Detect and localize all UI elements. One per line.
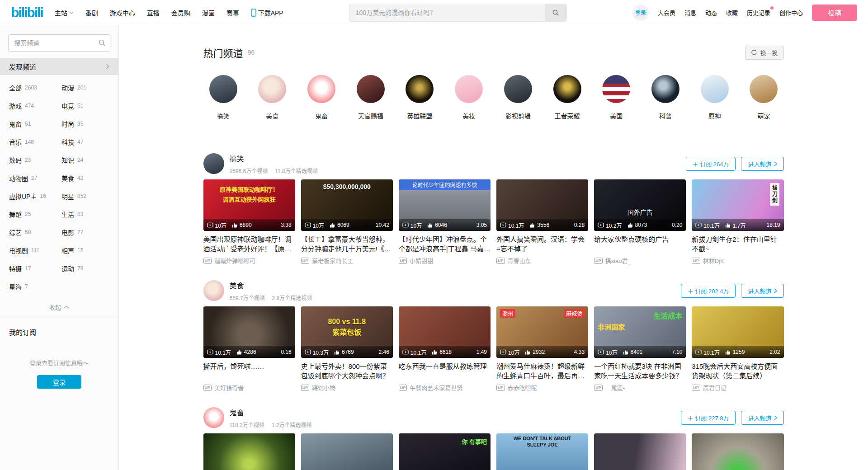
video-uploader[interactable]: UP一尾鹿- xyxy=(594,383,686,392)
sidebar-category-vup[interactable]: 虚拟UP主16 xyxy=(9,187,61,205)
video-title[interactable]: 外国人搞笑瞬间。汉语：学会=忘不掉了 xyxy=(496,235,588,254)
channel-item-yingshi[interactable]: 影视剪辑 xyxy=(498,75,538,120)
nav-link-vip-shop[interactable]: 会员购 xyxy=(171,8,190,17)
section-title[interactable]: 美食 xyxy=(230,280,312,291)
video-thumbnail[interactable]: WE DON'T TALK ABOUT SLEEPY JOE xyxy=(496,433,588,470)
sidebar-category-music[interactable]: 音乐148 xyxy=(9,133,61,151)
video-uploader[interactable]: UP蔡老板家的长工 xyxy=(301,256,393,265)
sidebar-category-anime[interactable]: 动漫201 xyxy=(61,79,114,97)
section-avatar[interactable] xyxy=(203,153,224,174)
sidebar-category-tokusatsu[interactable]: 特摄17 xyxy=(9,259,61,277)
channel-item-yuanshen[interactable]: 原神 xyxy=(695,75,735,120)
video-thumbnail[interactable]: 你 有事吧 xyxy=(399,433,491,470)
video-title[interactable]: 新拔刀剑生存2：住在山里针不戳~ xyxy=(692,235,783,254)
video-uploader[interactable]: UP赤赤吃啥呢 xyxy=(496,383,588,392)
video-uploader[interactable]: UP辰君日记 xyxy=(692,383,783,392)
sidebar-category-sports[interactable]: 运动79 xyxy=(61,259,114,277)
nav-link-creator-center[interactable]: 创作中心 xyxy=(779,8,803,17)
channel-item-guichu[interactable]: 鬼畜 xyxy=(302,75,341,120)
channel-search-input[interactable] xyxy=(8,34,110,52)
video-title[interactable]: 【长工】拿富豪大爷当怨种，分分钟骗走他几十万美元!《上载… xyxy=(301,235,393,254)
video-card[interactable] xyxy=(692,433,783,470)
sidebar-category-game[interactable]: 游戏474 xyxy=(9,97,61,115)
section-avatar[interactable] xyxy=(203,280,224,301)
nav-link-esports[interactable]: 赛事 xyxy=(226,8,239,17)
refresh-channels-button[interactable]: 换一换 xyxy=(745,46,783,60)
video-thumbnail[interactable]: 潮州 麻辣烫 10万 2932 4:33 xyxy=(496,306,588,358)
sidebar-category-tech[interactable]: 科技47 xyxy=(61,133,114,151)
video-thumbnail[interactable]: $50,300,000,000 10万 6069 10:42 xyxy=(301,179,393,231)
video-card[interactable]: 生活成本 非洲国家 10万 6401 7:10 一个西红柿就要3块 在非洲国家吃… xyxy=(594,306,686,392)
video-card[interactable]: 800 vs 11.8 紫菜包饭 10.3万 6769 2:46 史上最亏外卖！… xyxy=(301,306,393,392)
nav-link-home[interactable]: 主站 xyxy=(55,8,74,17)
enter-channel-button[interactable]: 进入频道 xyxy=(741,411,783,425)
nav-link-manga[interactable]: 漫画 xyxy=(202,8,215,17)
nav-link-moments[interactable]: 动态 xyxy=(705,8,717,17)
nav-link-game-center[interactable]: 游戏中心 xyxy=(110,8,135,17)
sidebar-category-crosstalk[interactable]: 相声15 xyxy=(61,241,114,259)
video-card[interactable]: $50,300,000,000 10万 6069 10:42 【长工】拿富豪大爷… xyxy=(301,179,393,265)
video-card[interactable]: 拔刀剑 10.1万 1.7万 18:19 新拔刀剑生存2：住在山里针不戳~ UP… xyxy=(692,179,783,265)
video-thumbnail[interactable] xyxy=(692,433,783,470)
sidebar-category-food[interactable]: 美食42 xyxy=(61,169,114,187)
video-card[interactable]: 论时代少年团的网速有多快 10万 6046 3:05 【时代少年团】冲浪盘点。个… xyxy=(399,179,491,265)
nav-link-vip[interactable]: 大会员 xyxy=(658,8,675,17)
video-title[interactable]: 315晚会后大西安高校方便面货架现状（第二集后续） xyxy=(692,362,783,381)
video-thumbnail[interactable]: 10.1万 3556 0:28 xyxy=(496,179,588,231)
video-uploader[interactable]: UP搞siao君_ xyxy=(594,256,686,265)
search-button[interactable] xyxy=(545,4,566,21)
video-card[interactable] xyxy=(203,433,295,470)
video-thumbnail[interactable]: 论时代少年团的网速有多快 10万 6046 3:05 xyxy=(399,179,491,231)
nav-link-download-app[interactable]: 下载APP xyxy=(251,8,283,17)
channel-item-meizhuang[interactable]: 美妆 xyxy=(449,75,489,120)
subscribe-button[interactable]: ＋ 订阅 227.8万 xyxy=(681,411,736,425)
video-uploader[interactable]: UP美好猎奇者 xyxy=(203,383,295,392)
video-card[interactable]: 国外广告 10.2万 8073 0:20 给大家伙整点硬核的广告 UP搞siao… xyxy=(594,179,686,265)
video-card[interactable] xyxy=(301,433,393,470)
channel-item-meishi[interactable]: 美食 xyxy=(252,75,292,120)
sidebar-category-xinghai[interactable]: 星海7 xyxy=(9,277,61,296)
section-title[interactable]: 搞笑 xyxy=(230,153,318,164)
video-uploader[interactable]: UP踢馆小馋 xyxy=(301,383,393,392)
video-thumbnail[interactable]: 拔刀剑 10.1万 1.7万 18:19 xyxy=(692,179,783,231)
video-thumbnail[interactable]: 生活成本 非洲国家 10万 6401 7:10 xyxy=(594,306,686,358)
upload-button[interactable]: 投稿 xyxy=(812,5,857,21)
sidebar-login-button[interactable]: 登录 xyxy=(37,375,81,389)
sidebar-category-digital[interactable]: 数码23 xyxy=(9,151,61,169)
video-card[interactable]: 10.1万 4286 0:16 撕开后，馋死啦…… UP美好猎奇者 xyxy=(203,306,295,392)
search-input[interactable] xyxy=(349,4,545,21)
video-card[interactable] xyxy=(594,433,686,470)
section-avatar[interactable] xyxy=(203,407,224,428)
subscribe-button[interactable]: ＋ 订阅 264万 xyxy=(686,157,736,171)
enter-channel-button[interactable]: 进入频道 xyxy=(741,157,783,171)
video-title[interactable]: 【时代少年团】冲浪盘点。个个都是冲浪高手|丁程鑫 马嘉祺 … xyxy=(399,235,491,254)
video-title[interactable]: 史上最亏外卖！800一份紫菜包饭到底哪个大怨种会点啊？ xyxy=(301,362,393,381)
video-uploader[interactable]: UP蹦蹦炸弹嘟嘟可 xyxy=(203,256,295,265)
section-title[interactable]: 鬼畜 xyxy=(230,407,312,418)
enter-channel-button[interactable]: 进入频道 xyxy=(741,284,783,298)
video-title[interactable]: 吃东西我一直是服从教练管理 xyxy=(399,362,491,381)
video-card[interactable]: 10.1万 3556 0:28 外国人搞笑瞬间。汉语：学会=忘不掉了 UP青春山… xyxy=(496,179,588,265)
sidebar-category-variety[interactable]: 综艺50 xyxy=(9,223,61,241)
subscribe-button[interactable]: ＋ 订阅 202.4万 xyxy=(681,284,736,298)
channel-item-wzry[interactable]: 王者荣耀 xyxy=(547,75,587,120)
sidebar-category-star[interactable]: 明星852 xyxy=(61,187,114,205)
video-title[interactable]: 一个西红柿就要3块 在非洲国家吃一天生活成本要多少钱？ xyxy=(594,362,686,381)
video-title[interactable]: 撕开后，馋死啦…… xyxy=(203,362,295,381)
video-thumbnail[interactable]: 10.1万 1259 2:02 xyxy=(692,306,783,358)
video-uploader[interactable]: UP小婧甜甜 xyxy=(399,256,491,265)
nav-link-messages[interactable]: 消息 xyxy=(684,8,696,17)
nav-link-live[interactable]: 直播 xyxy=(147,8,160,17)
sidebar-category-fashion[interactable]: 时尚35 xyxy=(61,115,114,133)
sidebar-category-dance[interactable]: 舞蹈25 xyxy=(9,205,61,223)
sidebar-category-knowledge[interactable]: 知识24 xyxy=(61,151,114,169)
bilibili-logo[interactable]: bilibili xyxy=(11,5,43,20)
channel-item-kepu[interactable]: 科普 xyxy=(646,75,685,120)
video-thumbnail[interactable]: 原神美国联动咖啡厅！ 调酒互动获外网疯狂 10万 6890 3:38 xyxy=(203,179,295,231)
sidebar-category-life[interactable]: 生活83 xyxy=(61,205,114,223)
nav-link-history[interactable]: 历史记录 xyxy=(747,8,770,17)
video-title[interactable]: 潮州爱马仕麻辣烫！超级新鲜的生蚝青口牛百叶，最后再来口… xyxy=(496,362,588,381)
sidebar-category-animals[interactable]: 动物圈27 xyxy=(9,169,61,187)
video-thumbnail[interactable]: 800 vs 11.8 紫菜包饭 10.3万 6769 2:46 xyxy=(301,306,393,358)
nav-link-bangumi[interactable]: 番剧 xyxy=(85,8,98,17)
